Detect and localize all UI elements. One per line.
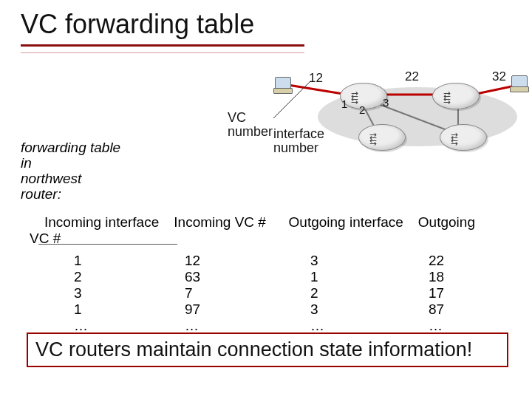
interface-number-label-line1: interface [273,127,324,141]
cell-out-if: 3 [288,253,429,269]
table-row: ………… [44,318,517,334]
host-right-icon [510,75,529,92]
cell-in-vc: 7 [185,285,288,301]
cell-out-if: … [288,318,429,334]
table-header: Incoming interface Incoming VC # Outgoin… [44,214,517,231]
table-body: 11232226311837217197387………… [44,253,517,334]
table-row: 112322 [44,253,517,269]
vc-number-label-line2: number [228,125,273,139]
callout-box: VC routers maintain connection state inf… [27,332,508,367]
table-row: 37217 [44,285,517,301]
cell-in-if: 1 [44,253,185,269]
caption-line3: northwest [21,171,81,186]
caption-line2: in [21,155,32,171]
link-label-32: 32 [492,69,506,84]
cell-out-if: 3 [288,301,429,318]
vc-number-label: VC number [228,111,273,139]
th-in-if: Incoming interface [44,214,170,231]
cell-in-vc: 12 [185,253,288,269]
port-label-2: 2 [359,103,365,116]
port-label-1: 1 [341,98,347,110]
link-label-22: 22 [405,69,419,84]
caption-line1: forwarding table [21,140,120,155]
title-underline-shadow [21,47,304,53]
slide: VC forwarding table ⇄⇄ [0,0,532,399]
router-sw-icon: ⇄⇄ [358,124,406,151]
th-out-vc: Outgoing [418,214,507,231]
table-caption: forwarding table in northwest router: [21,140,120,202]
cell-in-if: 1 [44,301,185,318]
page-title: VC forwarding table [21,9,254,40]
cell-out-if: 1 [288,269,429,285]
cell-in-vc: 63 [185,269,288,285]
cell-out-vc: 22 [429,253,488,269]
cell-out-if: 2 [288,285,429,301]
cell-in-if: 2 [44,269,185,285]
link-label-12: 12 [309,71,323,86]
caption-line4: router: [21,186,61,202]
cell-out-vc: 18 [429,269,488,285]
vc-number-label-line1: VC [228,111,273,125]
table-row: 263118 [44,269,517,285]
cell-in-vc: … [185,318,288,334]
interface-number-label: interface number [273,127,324,155]
table-row: 197387 [44,301,517,318]
forwarding-table: Incoming interface Incoming VC # Outgoin… [44,214,517,334]
router-ne-icon: ⇄⇄ [432,83,480,109]
cell-in-if: … [44,318,185,334]
svg-line-0 [288,85,347,95]
cell-out-vc: 17 [429,285,488,301]
th-in-vc: Incoming VC # [174,214,284,231]
cell-in-vc: 97 [185,301,288,318]
cell-out-vc: 87 [429,301,488,318]
router-se-icon: ⇄⇄ [440,124,487,151]
interface-number-label-line2: number [273,141,324,155]
port-label-3: 3 [383,96,389,109]
th-out-if: Outgoing interface [289,214,415,231]
cell-in-if: 3 [44,285,185,301]
host-left-icon [273,77,293,93]
cell-out-vc: … [429,318,488,334]
table-underline [38,244,177,245]
